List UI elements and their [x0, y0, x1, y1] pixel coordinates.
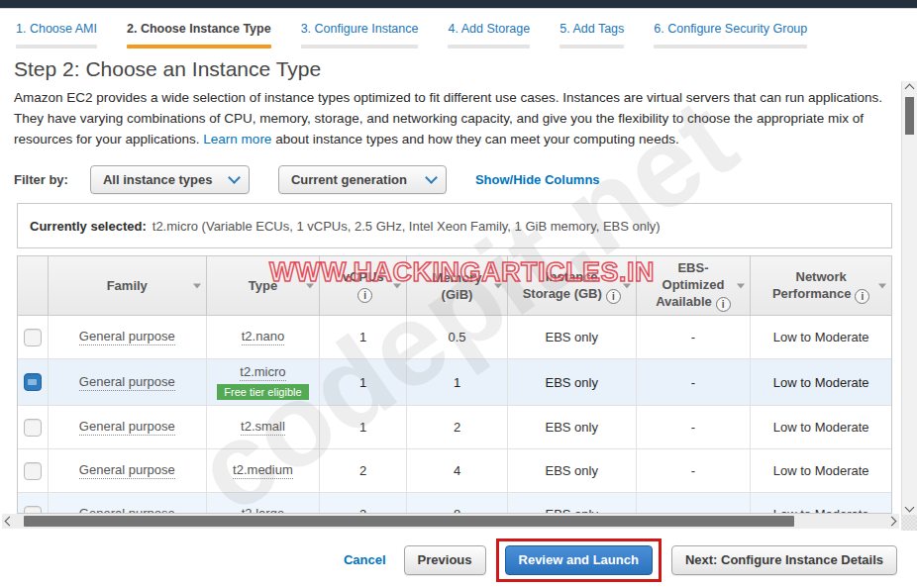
wizard-step-tab-5[interactable]: 5. Add Tags	[558, 22, 626, 49]
vcpus-cell: 2	[319, 493, 406, 514]
learn-more-link[interactable]: Learn more	[203, 132, 271, 147]
sort-caret-icon[interactable]	[494, 283, 502, 288]
table-row-t2.nano[interactable]: General purposet2.nano10.5EBS only-Low t…	[18, 316, 891, 359]
sort-caret-icon[interactable]	[737, 283, 745, 288]
family-tooltip-link[interactable]: General purpose	[79, 419, 175, 436]
table-row-t2.large[interactable]: General purposet2.large28EBS only-Low to…	[18, 493, 891, 514]
checkbox-cell	[18, 359, 48, 405]
table-horizontal-scrollbar[interactable]	[2, 514, 899, 529]
memory-cell: 4	[406, 449, 507, 492]
wizard-step-tab-6[interactable]: 6. Configure Security Group	[652, 22, 809, 49]
vertical-scrollbar-thumb[interactable]	[905, 97, 914, 135]
family-tooltip-link[interactable]: General purpose	[79, 329, 175, 345]
column-label: EBS- Optimized Availablei	[656, 259, 731, 312]
wizard-step-underline	[16, 45, 97, 49]
instance-types-dropdown-value: All instance types	[103, 172, 213, 187]
family-cell: General purpose	[48, 359, 206, 405]
previous-button[interactable]: Previous	[404, 545, 486, 575]
type-tooltip-link[interactable]: t2.large	[242, 506, 284, 514]
sort-caret-icon[interactable]	[306, 283, 314, 288]
storage-cell: EBS only	[507, 493, 636, 514]
scroll-down-icon[interactable]	[905, 503, 915, 513]
network-performance-cell: Low to Moderate	[750, 316, 891, 358]
wizard-step-underline	[127, 45, 271, 49]
family-cell: General purpose	[48, 316, 206, 358]
family-tooltip-link[interactable]: General purpose	[79, 462, 175, 479]
info-icon[interactable]: i	[606, 289, 621, 304]
table-header-cell[interactable]: Instance Storage (GB)i	[507, 256, 636, 315]
wizard-step-tab-3[interactable]: 3. Configure Instance	[299, 22, 421, 49]
chevron-down-icon	[228, 171, 241, 184]
column-label-text: Type	[249, 278, 277, 293]
type-tooltip-link[interactable]: t2.medium	[233, 462, 293, 479]
review-and-launch-button[interactable]: Review and Launch	[505, 545, 653, 575]
page-description: Amazon EC2 provides a wide selection of …	[14, 87, 893, 149]
table-row-t2.medium[interactable]: General purposet2.medium24EBS only-Low t…	[18, 449, 891, 493]
family-cell: General purpose	[48, 449, 206, 492]
sort-caret-icon[interactable]	[393, 283, 401, 288]
generation-dropdown[interactable]: Current generation	[278, 165, 447, 194]
family-tooltip-link[interactable]: General purpose	[79, 374, 175, 391]
page-vertical-scrollbar[interactable]	[901, 81, 917, 515]
cancel-link[interactable]: Cancel	[344, 552, 386, 567]
table-header-cell[interactable]: vCPUs i	[319, 256, 406, 315]
description-text-2: about instance types and how they can me…	[271, 132, 678, 147]
type-cell: t2.small	[206, 406, 320, 448]
type-tooltip-link[interactable]: t2.small	[241, 419, 285, 436]
ebs-optimized-cell: -	[636, 359, 751, 405]
wizard-step-tab-2[interactable]: 2. Choose Instance Type	[125, 22, 273, 49]
type-cell: t2.medium	[206, 449, 320, 492]
table-header-cell[interactable]: Memory (GiB)	[406, 256, 507, 315]
table-header-cell[interactable]: Type	[206, 256, 320, 315]
column-label: vCPUs i	[343, 268, 384, 303]
wizard-step-label: 3. Configure Instance	[301, 22, 419, 36]
wizard-step-underline	[654, 45, 807, 49]
type-tooltip-link[interactable]: t2.micro	[240, 364, 285, 381]
ebs-optimized-cell: -	[636, 316, 751, 358]
info-icon[interactable]: i	[855, 289, 869, 304]
memory-cell: 2	[406, 406, 507, 448]
row-checkbox[interactable]	[24, 419, 42, 437]
storage-cell: EBS only	[507, 359, 636, 405]
memory-cell: 8	[406, 493, 507, 514]
row-checkbox[interactable]	[24, 329, 42, 346]
family-cell: General purpose	[48, 493, 206, 514]
table-header-row: FamilyTypevCPUs iMemory (GiB)Instance St…	[18, 256, 891, 316]
wizard-step-underline	[560, 45, 624, 49]
vcpus-cell: 1	[319, 359, 406, 405]
sort-caret-icon[interactable]	[193, 283, 201, 288]
info-icon[interactable]: i	[716, 297, 731, 312]
scroll-right-icon[interactable]	[887, 517, 897, 527]
row-checkbox[interactable]	[24, 462, 42, 480]
table-header-cell[interactable]: Family	[48, 256, 206, 315]
table-row-t2.small[interactable]: General purposet2.small12EBS only-Low to…	[18, 406, 891, 449]
info-icon[interactable]: i	[357, 288, 372, 303]
type-tooltip-link[interactable]: t2.nano	[242, 329, 284, 345]
scroll-left-icon[interactable]	[5, 517, 15, 527]
table-header-cell[interactable]: EBS- Optimized Availablei	[636, 256, 751, 315]
wizard-step-tab-4[interactable]: 4. Add Storage	[446, 22, 532, 49]
wizard-step-label: 2. Choose Instance Type	[127, 22, 271, 36]
filter-bar: Filter by: All instance types Current ge…	[14, 165, 600, 194]
vcpus-cell: 2	[319, 449, 406, 492]
sort-caret-icon[interactable]	[623, 283, 631, 288]
family-tooltip-link[interactable]: General purpose	[79, 506, 175, 514]
instance-types-dropdown[interactable]: All instance types	[90, 165, 250, 194]
wizard-step-label: 6. Configure Security Group	[654, 22, 807, 36]
table-header-cell[interactable]: Network Performancei	[750, 256, 891, 315]
scrollbar-corner	[901, 515, 917, 531]
vcpus-cell: 1	[319, 406, 406, 448]
next-configure-instance-details-button[interactable]: Next: Configure Instance Details	[671, 545, 897, 575]
currently-selected-value: t2.micro (Variable ECUs, 1 vCPUs, 2.5 GH…	[153, 219, 661, 234]
row-checkbox-checked[interactable]	[24, 373, 42, 391]
horizontal-scrollbar-thumb[interactable]	[24, 516, 794, 527]
row-checkbox[interactable]	[24, 506, 42, 515]
sort-caret-icon[interactable]	[878, 283, 886, 288]
storage-cell: EBS only	[507, 316, 636, 358]
table-row-t2.micro[interactable]: General purposet2.microFree tier eligibl…	[18, 359, 891, 406]
show-hide-columns-link[interactable]: Show/Hide Columns	[475, 172, 600, 187]
scroll-up-icon[interactable]	[905, 84, 915, 94]
wizard-step-tab-1[interactable]: 1. Choose AMI	[14, 22, 99, 49]
checkbox-cell	[18, 493, 48, 514]
column-label-text: Network Performance	[772, 269, 851, 301]
